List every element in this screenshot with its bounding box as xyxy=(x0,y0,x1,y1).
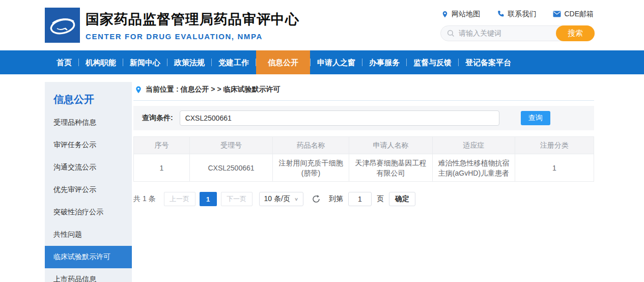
nav-item-supervision-feedback[interactable]: 监督与反馈 xyxy=(407,50,458,74)
nav-item-registration-platform[interactable]: 登记备案平台 xyxy=(459,50,518,74)
site-header: 国家药品监督管理局药品审评中心 CENTER FOR DRUG EVALUATI… xyxy=(0,0,644,50)
contact-link[interactable]: 联系我们 xyxy=(497,10,536,19)
table-row: 1 CXSL2500661 注射用间充质干细胞(脐带) 天津昂赛细胞基因工程有限… xyxy=(134,154,594,182)
site-search: 搜索 xyxy=(440,25,595,41)
cde-logo-icon[interactable] xyxy=(45,8,80,43)
cell-acceptance-no: CXSL2500661 xyxy=(190,154,273,182)
sidebar-item-breakthrough-therapy[interactable]: 突破性治疗公示 xyxy=(45,201,132,223)
nav-item-party-building[interactable]: 党建工作 xyxy=(212,50,256,74)
goto-page-label: 到第 xyxy=(329,194,343,204)
col-header-index: 序号 xyxy=(134,137,190,154)
prev-page-button[interactable]: 上一页 xyxy=(164,192,195,206)
query-button[interactable]: 查询 xyxy=(521,111,550,125)
pagination-total: 共 1 条 xyxy=(133,194,156,204)
sidebar-item-common-issues[interactable]: 共性问题 xyxy=(45,223,132,246)
sidebar-item-review-tasks[interactable]: 审评任务公示 xyxy=(45,134,132,156)
main-nav: 首页 机构职能 新闻中心 政策法规 党建工作 信息公开 申请人之窗 办事服务 监… xyxy=(0,50,644,74)
nav-item-policies[interactable]: 政策法规 xyxy=(167,50,211,74)
next-page-button[interactable]: 下一页 xyxy=(221,192,253,206)
search-button[interactable]: 搜索 xyxy=(556,25,595,41)
sidebar-item-priority-review[interactable]: 优先审评公示 xyxy=(45,179,132,201)
pagination: 共 1 条 上一页 1 下一页 10 条/页 ∨ 到第 页 确定 xyxy=(133,192,594,206)
main-panel: 当前位置 : 信息公开 > > 临床试验默示许可 查询条件: 查询 序号 受理号… xyxy=(133,82,594,206)
sidebar-item-marketed-drugs[interactable]: 上市药品信息 xyxy=(45,268,132,282)
cell-registration-class: 1 xyxy=(515,154,594,182)
query-input[interactable] xyxy=(180,110,499,126)
nav-item-functions[interactable]: 机构职能 xyxy=(79,50,123,74)
col-header-indication: 适应症 xyxy=(433,137,515,154)
search-input[interactable] xyxy=(459,29,553,37)
cell-drug-name: 注射用间充质干细胞(脐带) xyxy=(273,154,349,182)
col-header-acceptance-no: 受理号 xyxy=(190,137,273,154)
query-bar: 查询条件: 查询 xyxy=(133,106,594,130)
cell-index: 1 xyxy=(134,154,190,182)
site-title: 国家药品监督管理局药品审评中心 xyxy=(86,10,299,29)
col-header-registration-class: 注册分类 xyxy=(515,137,594,154)
sidebar: 信息公开 受理品种信息 审评任务公示 沟通交流公示 优先审评公示 突破性治疗公示… xyxy=(45,82,132,282)
breadcrumb-pin-icon xyxy=(135,86,142,94)
goto-page-unit: 页 xyxy=(377,194,384,204)
refresh-icon[interactable] xyxy=(312,194,321,204)
nav-item-news[interactable]: 新闻中心 xyxy=(123,50,167,74)
breadcrumb-separator: > > xyxy=(209,85,223,94)
content: 信息公开 受理品种信息 审评任务公示 沟通交流公示 优先审评公示 突破性治疗公示… xyxy=(45,82,594,282)
cde-mail-link[interactable]: CDE邮箱 xyxy=(553,10,594,19)
brand: 国家药品监督管理局药品审评中心 CENTER FOR DRUG EVALUATI… xyxy=(45,8,299,43)
phone-icon xyxy=(497,10,505,18)
nav-item-applicant-window[interactable]: 申请人之窗 xyxy=(311,50,362,74)
breadcrumb-text: 当前位置 : 信息公开 > > 临床试验默示许可 xyxy=(146,85,280,94)
goto-page-input[interactable] xyxy=(348,192,372,206)
chevron-down-icon: ∨ xyxy=(294,196,298,202)
query-label: 查询条件: xyxy=(142,114,173,123)
mail-icon xyxy=(553,11,561,17)
confirm-button[interactable]: 确定 xyxy=(389,192,415,206)
header-right: 网站地图 联系我们 CDE邮箱 搜索 xyxy=(440,10,595,41)
breadcrumb: 当前位置 : 信息公开 > > 临床试验默示许可 xyxy=(133,82,594,101)
cell-applicant: 天津昂赛细胞基因工程有限公司 xyxy=(349,154,433,182)
table-header-row: 序号 受理号 药品名称 申请人名称 适应症 注册分类 xyxy=(134,137,594,154)
sidebar-title: 信息公开 xyxy=(45,82,132,111)
col-header-applicant: 申请人名称 xyxy=(349,137,433,154)
search-icon xyxy=(447,30,455,37)
breadcrumb-prefix: 当前位置 : xyxy=(146,85,180,94)
sidebar-item-communication[interactable]: 沟通交流公示 xyxy=(45,156,132,179)
site-subtitle: CENTER FOR DRUG EVALUATION, NMPA xyxy=(86,32,299,41)
nav-item-information-disclosure[interactable]: 信息公开 xyxy=(256,50,310,74)
nav-item-home[interactable]: 首页 xyxy=(50,50,78,74)
location-pin-icon xyxy=(441,10,449,18)
cell-indication: 难治性急性移植物抗宿主病(aGvHD)儿童患者 xyxy=(433,154,515,182)
col-header-drug-name: 药品名称 xyxy=(273,137,349,154)
quick-links: 网站地图 联系我们 CDE邮箱 xyxy=(440,10,595,19)
results-table: 序号 受理号 药品名称 申请人名称 适应症 注册分类 1 CXSL2500661… xyxy=(133,136,594,182)
nav-item-services[interactable]: 办事服务 xyxy=(362,50,406,74)
breadcrumb-current: 临床试验默示许可 xyxy=(223,85,280,94)
breadcrumb-section[interactable]: 信息公开 xyxy=(180,85,209,94)
page-size-select[interactable]: 10 条/页 ∨ xyxy=(259,192,303,206)
sidebar-item-accepted-varieties[interactable]: 受理品种信息 xyxy=(45,111,132,134)
sitemap-link[interactable]: 网站地图 xyxy=(441,10,480,19)
page-1-button[interactable]: 1 xyxy=(200,192,217,206)
sidebar-item-clinical-trial-implied-license[interactable]: 临床试验默示许可 xyxy=(45,246,132,268)
